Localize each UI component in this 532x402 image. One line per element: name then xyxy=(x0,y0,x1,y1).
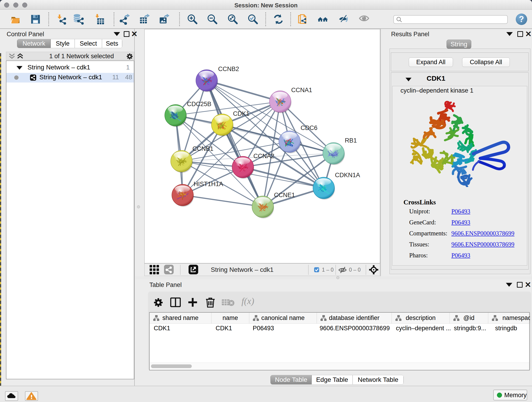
svg-text:CCNA2: CCNA2 xyxy=(253,153,274,160)
svg-text:CCNA1: CCNA1 xyxy=(291,87,312,94)
svg-text:CCNE1: CCNE1 xyxy=(274,191,295,198)
svg-text:RB1: RB1 xyxy=(345,137,357,144)
svg-text:CDC6: CDC6 xyxy=(301,124,317,131)
svg-text:CDKN1A: CDKN1A xyxy=(335,172,360,179)
svg-text:CCNB2: CCNB2 xyxy=(218,65,239,72)
svg-text:HIST1H1A: HIST1H1A xyxy=(194,181,223,187)
svg-text:CDC25B: CDC25B xyxy=(187,101,211,108)
svg-text:CCNB1: CCNB1 xyxy=(192,145,214,152)
svg-text:CDK1: CDK1 xyxy=(233,110,249,117)
